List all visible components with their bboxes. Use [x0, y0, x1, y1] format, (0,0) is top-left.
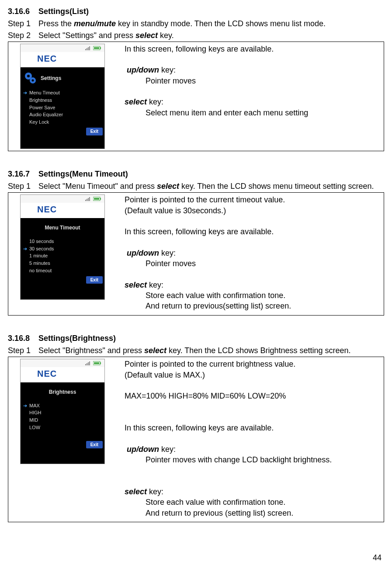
exit-button: Exit — [86, 276, 103, 284]
exit-button: Exit — [86, 441, 103, 449]
svg-rect-2 — [88, 47, 89, 50]
phone-list: ➔Menu Timeout Brightness Power Save Audi… — [21, 89, 104, 126]
key-desc: Pointer moves with change LCD backlight … — [125, 455, 379, 465]
battery-icon — [93, 197, 102, 201]
key-heading: up/down key: — [125, 444, 379, 455]
pointer-icon: ➔ — [23, 90, 29, 96]
example-box-2: NEC Menu Timeout 10 seconds ➔30 seconds … — [8, 192, 384, 315]
key-name: menu/mute — [74, 19, 116, 28]
desc-line: Pointer is pointed to the current bright… — [125, 359, 379, 369]
svg-rect-1 — [87, 48, 87, 50]
section-heading-3: 3.16.8 Settings(Brightness) — [8, 333, 384, 343]
section-title: Settings(Menu Timeout) — [38, 169, 128, 179]
signal-icon — [85, 46, 91, 50]
desc-intro: In this screen, following keys are avail… — [125, 44, 379, 54]
description-cell: In this screen, following keys are avail… — [117, 42, 384, 151]
svg-rect-14 — [89, 197, 90, 201]
list-item: Audio Equalizer — [23, 111, 104, 118]
phone-logo: NEC — [21, 52, 104, 67]
phone-list: ➔MAX HIGH MID LOW — [21, 402, 104, 431]
list-item: Key Lock — [23, 118, 104, 126]
section-heading-1: 3.16.6 Settings(List) — [8, 6, 384, 17]
phone-screenshot-settings: NEC Settings ➔Menu Timeout Brightness Po… — [20, 44, 105, 149]
phone-logo: NEC — [21, 203, 104, 218]
svg-rect-21 — [89, 361, 90, 365]
step-1: Step 1 Select "Menu Timeout" and press s… — [8, 181, 384, 191]
gear-icon — [24, 72, 37, 85]
example-box-1: NEC Settings ➔Menu Timeout Brightness Po… — [8, 42, 384, 151]
section-number: 3.16.7 — [8, 169, 38, 179]
step-label: Step 2 — [8, 30, 38, 41]
desc-line: (Default value is 30seconds.) — [125, 205, 379, 216]
key-name: select — [144, 346, 167, 355]
description-cell: Pointer is pointed to the current bright… — [117, 357, 384, 521]
section-number: 3.16.6 — [8, 6, 38, 17]
key-heading: select key: — [125, 486, 379, 497]
svg-rect-3 — [89, 46, 90, 50]
phone-menu-title: Brightness — [21, 385, 104, 402]
screenshot-cell: NEC Settings ➔Menu Timeout Brightness Po… — [8, 42, 117, 151]
svg-rect-13 — [88, 198, 89, 201]
section-title: Settings(List) — [38, 6, 89, 17]
list-item: ➔MAX — [23, 402, 104, 409]
page-number: 44 — [373, 552, 382, 563]
description-cell: Pointer is pointed to the current timeou… — [117, 193, 384, 315]
example-box-3: NEC Brightness ➔MAX HIGH MID LOW Exit Po… — [8, 357, 384, 522]
svg-rect-0 — [85, 49, 86, 50]
battery-icon — [93, 46, 102, 50]
phone-menu-header: Settings — [21, 70, 104, 89]
list-item: MID — [23, 416, 104, 424]
step-1: Step 1 Select "Brightness" and press sel… — [8, 345, 384, 356]
desc-values: MAX=100% HIGH=80% MID=60% LOW=20% — [125, 391, 379, 401]
svg-rect-18 — [85, 364, 86, 365]
desc-line: Pointer is pointed to the current timeou… — [125, 194, 379, 205]
signal-icon — [85, 197, 91, 201]
phone-statusbar — [21, 195, 104, 203]
key-desc: And return to previous (setting list) sc… — [125, 508, 379, 518]
step-label: Step 1 — [8, 18, 38, 29]
step-2: Step 2 Select "Settings" and press selec… — [8, 30, 384, 41]
key-name: select — [135, 31, 158, 40]
key-desc: Select menu item and enter each menu set… — [125, 108, 379, 118]
list-item: ➔30 seconds — [23, 245, 104, 253]
screenshot-cell: NEC Menu Timeout 10 seconds ➔30 seconds … — [8, 193, 117, 315]
key-desc: And return to previous(setting list) scr… — [125, 301, 379, 311]
list-item: no timeout — [23, 267, 104, 274]
svg-rect-16 — [100, 198, 101, 200]
svg-rect-12 — [87, 199, 87, 201]
signal-icon — [85, 361, 91, 365]
desc-intro: In this screen, following keys are avail… — [125, 226, 379, 237]
svg-point-10 — [32, 79, 34, 81]
key-desc: Pointer moves — [125, 258, 379, 269]
step-text: Press the menu/mute key in standby mode.… — [38, 18, 384, 29]
svg-rect-24 — [94, 362, 99, 364]
key-heading: up/down key: — [125, 248, 379, 258]
list-item: 5 minutes — [23, 260, 104, 267]
list-item: 10 seconds — [23, 238, 104, 245]
key-desc: Pointer moves — [125, 76, 379, 86]
list-item: ➔Menu Timeout — [23, 89, 104, 97]
list-item: Brightness — [23, 97, 104, 104]
pointer-icon: ➔ — [23, 402, 29, 409]
phone-menu-title: Settings — [41, 75, 61, 82]
svg-rect-6 — [94, 47, 99, 49]
key-heading: up/down key: — [125, 65, 379, 75]
key-desc: Store each value with confirmation tone. — [125, 290, 379, 301]
phone-statusbar — [21, 359, 104, 367]
svg-rect-17 — [94, 198, 99, 200]
svg-rect-23 — [100, 362, 101, 364]
phone-statusbar — [21, 44, 104, 52]
phone-list: 10 seconds ➔30 seconds 1 minute 5 minute… — [21, 238, 104, 274]
step-text: Select "Menu Timeout" and press select k… — [38, 181, 384, 191]
exit-button: Exit — [86, 128, 103, 135]
svg-rect-20 — [88, 362, 89, 365]
svg-point-8 — [27, 75, 30, 77]
key-heading: select key: — [125, 97, 379, 107]
phone-logo: NEC — [21, 367, 104, 382]
key-desc: Store each value with confirmation tone. — [125, 497, 379, 507]
desc-intro: In this screen, following keys are avail… — [125, 423, 379, 433]
phone-menu-title: Menu Timeout — [21, 221, 104, 237]
pointer-icon: ➔ — [23, 246, 29, 252]
step-text: Select "Settings" and press select key. — [38, 30, 384, 41]
section-heading-2: 3.16.7 Settings(Menu Timeout) — [8, 169, 384, 179]
